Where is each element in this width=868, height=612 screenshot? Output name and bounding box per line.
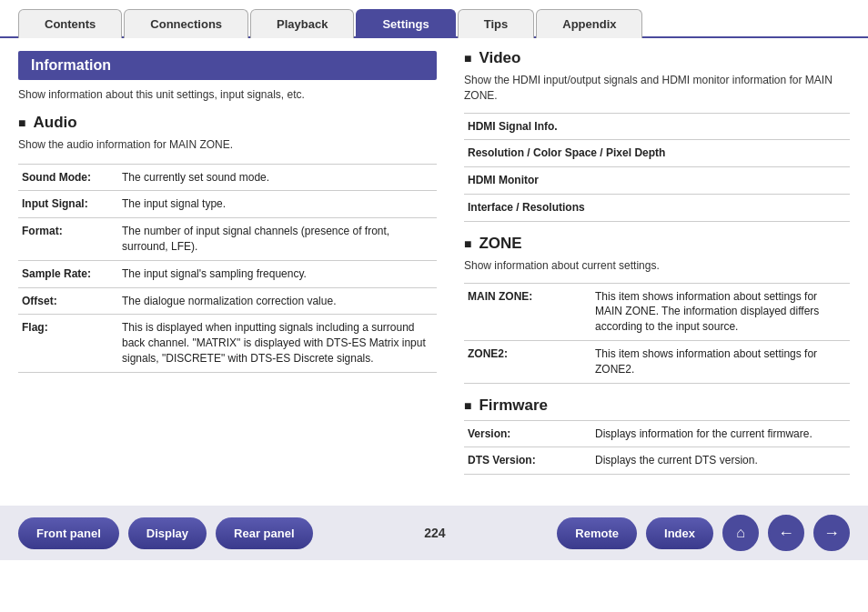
row-value: This item shows information about settin… [591, 340, 850, 383]
table-row: Sample Rate:The input signal's sampling … [18, 260, 437, 287]
table-row: ZONE2:This item shows information about … [464, 340, 850, 383]
tab-playback[interactable]: Playback [250, 9, 354, 38]
row-label: ZONE2: [464, 340, 591, 383]
index-button[interactable]: Index [646, 517, 713, 549]
tab-tips[interactable]: Tips [458, 9, 535, 38]
info-banner: Information [18, 51, 437, 80]
firmware-section-title: Firmware [464, 396, 850, 415]
row-label: DTS Version: [464, 447, 591, 475]
main-content: Information Show information about this … [0, 38, 868, 487]
tab-connections[interactable]: Connections [124, 9, 248, 38]
info-description: Show information about this unit setting… [18, 87, 437, 103]
table-row: DTS Version:Displays the current DTS ver… [464, 447, 850, 475]
tab-appendix[interactable]: Appendix [536, 9, 642, 38]
table-row: Interface / Resolutions [464, 194, 850, 221]
video-section-title: Video [464, 49, 850, 67]
display-button[interactable]: Display [128, 517, 207, 549]
page-number: 224 [331, 526, 540, 540]
front-panel-button[interactable]: Front panel [18, 517, 119, 549]
row-label: Sound Mode: [18, 164, 118, 191]
video-table: HDMI Signal Info.Resolution / Color Spac… [464, 113, 850, 222]
row-label: HDMI Signal Info. [464, 113, 850, 140]
row-label: Version: [464, 420, 591, 447]
zone-description: Show information about current settings. [464, 258, 850, 274]
table-row: Resolution / Color Space / Pixel Depth [464, 140, 850, 167]
left-column: Information Show information about this … [18, 38, 437, 487]
row-label: Offset: [18, 287, 118, 315]
table-row: Offset:The dialogue normalization correc… [18, 287, 437, 315]
row-label: Format: [18, 218, 118, 261]
table-row: HDMI Monitor [464, 167, 850, 195]
row-value: Displays the current DTS version. [591, 447, 850, 475]
audio-section-title: Audio [18, 114, 437, 132]
row-value: The number of input signal channels (pre… [118, 218, 437, 261]
row-value: The currently set sound mode. [118, 164, 437, 191]
table-row: MAIN ZONE:This item shows information ab… [464, 283, 850, 340]
top-nav: Contents Connections Playback Settings T… [0, 7, 868, 38]
table-row: Format:The number of input signal channe… [18, 218, 437, 261]
table-row: Sound Mode:The currently set sound mode. [18, 164, 437, 191]
zone-table: MAIN ZONE:This item shows information ab… [464, 283, 850, 384]
firmware-table: Version:Displays information for the cur… [464, 420, 850, 476]
audio-description: Show the audio information for MAIN ZONE… [18, 137, 437, 153]
row-value: The dialogue normalization correction va… [118, 287, 437, 315]
table-row: Flag:This is displayed when inputting si… [18, 315, 437, 372]
row-label: Flag: [18, 315, 118, 372]
row-value: The input signal type. [118, 191, 437, 218]
table-row: HDMI Signal Info. [464, 113, 850, 140]
row-label: Interface / Resolutions [464, 194, 850, 221]
zone-section-title: ZONE [464, 235, 850, 253]
forward-button[interactable]: → [813, 515, 850, 551]
audio-table: Sound Mode:The currently set sound mode.… [18, 164, 437, 373]
row-value: The input signal's sampling frequency. [118, 260, 437, 287]
video-description: Show the HDMI input/output signals and H… [464, 73, 850, 104]
bottom-nav: Front panel Display Rear panel 224 Remot… [0, 506, 868, 560]
row-value: This is displayed when inputting signals… [118, 315, 437, 372]
tab-settings[interactable]: Settings [356, 9, 455, 38]
row-label: Input Signal: [18, 191, 118, 218]
rear-panel-button[interactable]: Rear panel [216, 517, 312, 549]
home-button[interactable]: ⌂ [722, 515, 759, 551]
table-row: Version:Displays information for the cur… [464, 420, 850, 447]
row-label: MAIN ZONE: [464, 283, 591, 340]
row-value: Displays information for the current fir… [591, 420, 850, 447]
row-label: HDMI Monitor [464, 167, 850, 195]
tab-contents[interactable]: Contents [18, 9, 122, 38]
table-row: Input Signal:The input signal type. [18, 191, 437, 218]
back-button[interactable]: ← [768, 515, 804, 551]
remote-button[interactable]: Remote [557, 517, 637, 549]
right-column: Video Show the HDMI input/output signals… [464, 38, 850, 487]
row-label: Sample Rate: [18, 260, 118, 287]
row-value: This item shows information about settin… [591, 283, 850, 340]
row-label: Resolution / Color Space / Pixel Depth [464, 140, 850, 167]
